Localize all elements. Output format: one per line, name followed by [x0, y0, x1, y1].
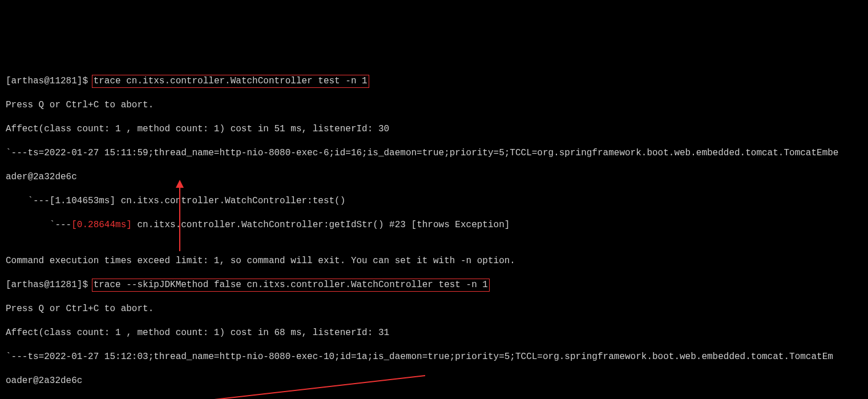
out-line: Press Q or Ctrl+C to abort.: [6, 99, 868, 111]
cmd-box-1: trace cn.itxs.controller.WatchController…: [92, 75, 369, 88]
prompt-1: [arthas@11281]$: [6, 76, 88, 86]
cmd-line-2: [arthas@11281]$ trace --skipJDKMethod fa…: [6, 279, 868, 291]
out-line: `---ts=2022-01-27 15:11:59;thread_name=h…: [6, 147, 868, 159]
cmd-box-2: trace --skipJDKMethod false cn.itxs.cont…: [92, 279, 490, 292]
out-line: Affect(class count: 1 , method count: 1)…: [6, 123, 868, 135]
arrow-annotation-1: [171, 180, 194, 254]
out-line: `---[1.104653ms] cn.itxs.controller.Watc…: [6, 195, 868, 207]
out-line: Affect(class count: 1 , method count: 1)…: [6, 327, 868, 339]
cmd-2: trace --skipJDKMethod false cn.itxs.cont…: [94, 280, 488, 290]
cmd-1: trace cn.itxs.controller.WatchController…: [94, 76, 368, 86]
terminal[interactable]: [arthas@11281]$ trace cn.itxs.controller…: [0, 60, 868, 399]
out-line: Press Q or Ctrl+C to abort.: [6, 303, 868, 315]
out-line: `---ts=2022-01-27 15:12:03;thread_name=h…: [6, 351, 868, 363]
trace-suffix: cn.itxs.controller.WatchController:getId…: [132, 220, 510, 230]
out-line-red: `---[0.28644ms] cn.itxs.controller.Watch…: [6, 219, 868, 231]
trace-prefix: `---: [6, 220, 71, 230]
out-line: ader@2a32de6c: [6, 171, 868, 183]
trace-ms: [0.28644ms]: [71, 220, 132, 230]
out-line: oader@2a32de6c: [6, 375, 868, 387]
cmd-line-1: [arthas@11281]$ trace cn.itxs.controller…: [6, 75, 868, 87]
prompt-2: [arthas@11281]$: [6, 280, 88, 290]
limit-line: Command execution times exceed limit: 1,…: [6, 255, 868, 267]
